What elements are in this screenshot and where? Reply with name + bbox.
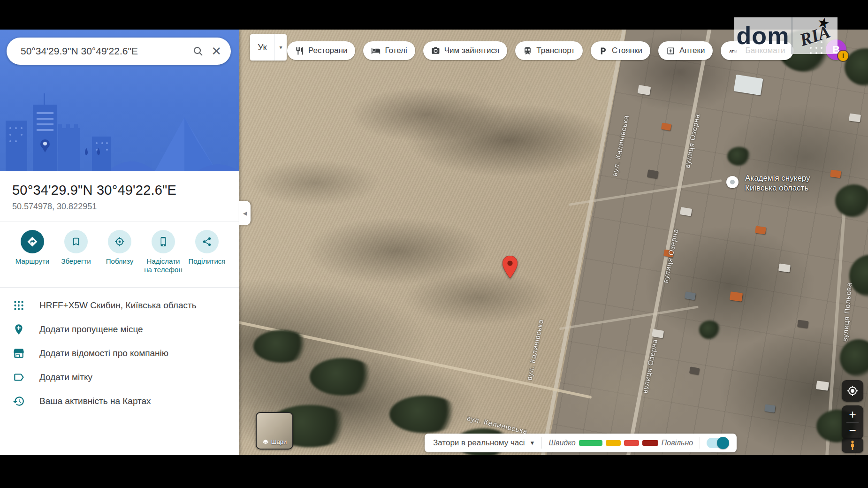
parking-icon [599,46,608,55]
map-house [730,291,743,301]
save-button[interactable]: Зберегти [55,230,97,274]
watermark-ria-logo: ★ RIA [792,17,838,54]
map-house [755,226,766,235]
collapse-panel-button[interactable]: ◂ [239,201,251,225]
place-panel: ✕ 50°34'29.9"N 30°49'22.6"E 50.574978, 3… [0,30,239,455]
dom-ria-watermark: dom ★ RIA [734,17,838,54]
poi-marker[interactable] [726,176,739,188]
maps-activity-item[interactable]: Ваша активність на Картах [0,389,239,413]
chip-parking[interactable]: Стоянки [591,41,650,60]
search-input[interactable] [20,45,185,57]
map-house [764,404,776,413]
send-to-phone-button[interactable]: Надіслати на телефон [142,230,184,274]
menu-item-label: Додати пропущене місце [39,324,143,335]
bookmark-icon [64,230,88,253]
share-icon [195,230,219,253]
menu-item-label: Додати мітку [39,372,92,382]
poi-label-line2: Київська область [745,183,810,193]
chip-things-to-do[interactable]: Чим зайнятися [423,41,508,60]
my-location-button[interactable] [842,380,863,402]
traffic-toggle[interactable] [707,438,728,448]
traffic-bar: Затори в реальному часі ▼ Швидко Повільн… [425,434,737,452]
layers-button[interactable]: Шари [256,412,293,450]
my-location-icon [847,385,858,396]
poi-label-line1: Академія снукеру [745,173,810,183]
zoom-in-button[interactable]: + [849,407,856,421]
traffic-segment-darkred [642,440,658,446]
traffic-dropdown-label: Затори в реальному часі [433,438,525,448]
pegman-icon [849,440,856,451]
chip-pharmacies[interactable]: Аптеки [658,41,713,60]
divider [700,437,700,449]
chip-label: Транспорт [536,46,575,55]
chevron-down-icon: ▼ [530,440,535,446]
street-label: вул. Калинівська [525,319,545,381]
transit-icon [523,46,532,55]
google-maps-screen: вул. Калинівська вул. Калинівська вулиця… [0,0,868,488]
add-business-item[interactable]: Додати відомості про компанію [0,341,239,365]
close-icon[interactable]: ✕ [211,45,221,57]
place-panel-header: ✕ [0,30,239,171]
satellite-map[interactable]: вул. Калинівська вул. Калинівська вулиця… [239,30,868,455]
divider [846,422,859,423]
directions-button[interactable]: Маршрути [11,230,53,274]
pharmacy-icon [666,46,675,55]
add-missing-place-item[interactable]: Додати пропущене місце [0,317,239,341]
add-label-item[interactable]: Додати мітку [0,365,239,389]
action-label: Поблизу [106,257,133,266]
restaurant-icon [295,46,304,55]
layers-icon [262,439,269,445]
traffic-slow-label: Повільно [662,439,693,447]
watermark-dom-logo: dom [734,17,792,54]
chip-label: Аптеки [679,46,705,55]
history-icon [12,395,25,408]
toggle-knob [717,437,729,449]
place-coordinates: 50.574978, 30.822951 [12,202,227,212]
share-button[interactable]: Поділитися [186,230,228,274]
menu-item-label: Ваша активність на Картах [39,396,151,406]
plus-code-item[interactable]: HRFF+X5W Скибин, Київська область [0,293,239,317]
poi-label[interactable]: Академія снукеру Київська область [745,173,810,193]
map-tree [253,330,310,363]
map-house [778,263,791,272]
traffic-segment-yellow [606,440,621,446]
chip-restaurants[interactable]: Ресторани [287,41,355,60]
account-alert-badge[interactable]: ! [838,51,848,61]
map-tree [699,320,720,339]
chip-label: Готелі [385,46,407,55]
map-house [816,381,829,390]
map-house [797,320,808,328]
category-chips-row: Ресторани Готелі Чим зайнятися Транспорт… [287,41,793,60]
chip-label: Ресторани [308,46,347,55]
street-view-pegman-button[interactable] [842,438,863,453]
city-skyline-illustration [0,92,239,171]
map-house [830,170,841,178]
language-label: Ук [250,34,274,61]
letterbox-bottom [0,455,868,488]
label-tag-icon [12,371,25,384]
action-label: Зберегти [61,257,91,266]
language-switcher[interactable]: Ук ▾ [250,34,287,61]
place-info-card: 50°34'29.9"N 30°49'22.6"E 50.574978, 30.… [0,171,239,413]
traffic-segment-red [624,440,639,446]
action-label: Маршрути [15,257,49,266]
chip-transit[interactable]: Транспорт [515,41,583,60]
layers-label: Шари [271,438,287,445]
place-title: 50°34'29.9"N 30°49'22.6"E [12,183,227,198]
action-label: Надіслати на телефон [142,257,184,274]
camera-icon [431,46,440,55]
zoom-out-button[interactable]: − [849,423,856,437]
map-house [849,113,861,122]
chip-hotels[interactable]: Готелі [363,41,415,60]
traffic-dropdown[interactable]: Затори в реальному часі ▼ [433,438,535,448]
action-label: Поділитися [189,257,226,266]
chevron-down-icon[interactable]: ▾ [274,34,287,61]
nearby-button[interactable]: Поблизу [99,230,141,274]
directions-icon [21,230,44,253]
map-tree [389,396,460,433]
search-icon[interactable] [192,46,204,57]
chip-label: Стоянки [612,46,642,55]
dropped-pin-marker[interactable] [503,256,518,280]
traffic-segment-green [579,440,602,446]
map-tree [835,184,868,217]
